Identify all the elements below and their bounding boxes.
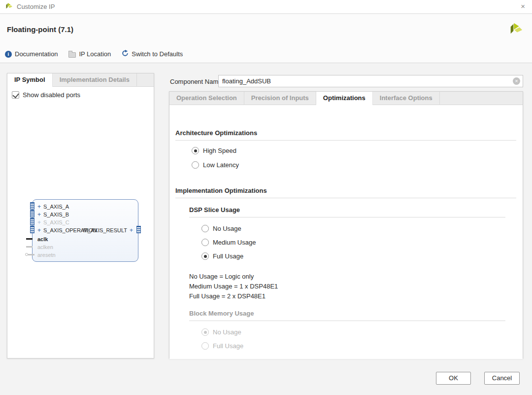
aresetn-pin-stub [28,254,34,255]
expand-icon[interactable]: + [37,204,41,209]
left-tabbar: IP Symbol Implementation Details [7,73,154,87]
optimizations-tab-content: Architecture Optimizations High Speed Lo… [169,105,523,359]
show-disabled-ports-label: Show disabled ports [23,91,80,99]
ip-location-label: IP Location [79,50,111,58]
bus-pin-icon [30,210,34,217]
window-title: Customize IP [17,3,55,10]
expand-icon[interactable]: + [37,220,41,225]
ip-location-button[interactable]: IP Location [68,50,111,58]
expand-icon[interactable]: + [130,228,133,233]
radio-dsp-full-usage[interactable]: Full Usage [201,252,243,260]
bus-pin-icon [136,226,141,233]
port-aclk[interactable]: aclk [37,235,48,243]
switch-to-defaults-label: Switch to Defaults [132,50,183,58]
aclk-pin-stub [26,238,33,240]
expand-icon[interactable]: + [37,212,41,217]
page-title: Floating-point (7.1) [7,25,73,34]
switch-to-defaults-button[interactable]: Switch to Defaults [122,50,183,58]
show-disabled-ports-row[interactable]: Show disabled ports [7,87,154,99]
tab-interface-options[interactable]: Interface Options [373,92,440,105]
port-m-axis-result[interactable]: M_AXIS_RESULT + [83,226,133,234]
radio-high-speed[interactable]: High Speed [192,147,236,154]
dsp-slice-usage-heading: DSP Slice Usage [189,206,505,217]
toolbar: i Documentation IP Location Switch to De… [5,50,183,58]
port-s-axis-a[interactable]: + S_AXIS_A [37,203,69,211]
radio-icon[interactable] [192,161,199,169]
ok-button[interactable]: OK [436,372,471,385]
radio-icon[interactable] [192,147,199,154]
implementation-optimizations-heading: Implementation Optimizations [175,187,516,198]
bus-pin-icon [30,202,34,210]
ip-block[interactable]: + S_AXIS_A + S_AXIS_B + S_AXIS_C + S_AXI… [32,199,138,262]
show-disabled-ports-checkbox[interactable] [12,91,19,99]
clear-input-icon[interactable]: × [513,77,520,85]
port-aclken[interactable]: aclken [37,243,53,251]
folder-icon [68,52,76,58]
port-s-axis-b[interactable]: + S_AXIS_B [37,211,69,218]
documentation-label: Documentation [15,50,58,58]
active-low-icon [25,253,28,256]
tab-implementation-details[interactable]: Implementation Details [53,73,137,87]
radio-icon[interactable] [201,239,209,246]
close-icon[interactable]: × [521,2,525,10]
dsp-note-full-usage: Full Usage = 2 x DSP48E1 [189,292,266,300]
component-name-label: Component Name [170,78,222,85]
radio-icon[interactable] [201,225,209,232]
ip-symbol-diagram: + S_AXIS_A + S_AXIS_B + S_AXIS_C + S_AXI… [25,199,146,263]
dsp-note-no-usage: No Usage = Logic only [189,273,254,280]
xilinx-logo-icon [5,2,13,12]
block-memory-usage-heading: Block Memory Usage [189,310,505,321]
radio-icon [201,342,209,350]
tab-operation-selection[interactable]: Operation Selection [169,92,244,105]
bus-pin-icon [30,226,34,233]
tab-precision-of-inputs[interactable]: Precision of Inputs [244,92,316,105]
tab-ip-symbol[interactable]: IP Symbol [7,73,53,87]
port-aresetn[interactable]: aresetn [37,251,56,259]
refresh-icon [122,50,129,58]
radio-bram-full-usage: Full Usage [201,342,243,350]
config-tabbar: Operation Selection Precision of Inputs … [169,92,523,105]
radio-icon [201,328,209,336]
radio-dsp-medium-usage[interactable]: Medium Usage [201,239,256,246]
aclken-pin-stub [26,246,33,248]
configuration-panel: Operation Selection Precision of Inputs … [169,91,523,359]
ip-symbol-panel: IP Symbol Implementation Details Show di… [7,73,154,359]
info-icon: i [5,51,12,58]
window-titlebar: Customize IP × [0,0,532,14]
expand-icon[interactable]: + [37,228,41,233]
documentation-button[interactable]: i Documentation [5,50,58,58]
radio-low-latency[interactable]: Low Latency [192,161,239,169]
dialog-header: Floating-point (7.1) i Documentation IP … [0,14,532,63]
component-name-input[interactable] [218,75,523,87]
radio-dsp-no-usage[interactable]: No Usage [201,225,241,232]
port-s-axis-c[interactable]: + S_AXIS_C [37,218,69,226]
cancel-button[interactable]: Cancel [484,372,520,385]
radio-bram-no-usage: No Usage [201,328,241,336]
xilinx-brand-icon [508,21,523,38]
tab-optimizations[interactable]: Optimizations [316,92,373,105]
dsp-note-medium-usage: Medium Usage = 1 x DSP48E1 [189,283,278,290]
architecture-optimizations-heading: Architecture Optimizations [175,129,516,141]
radio-icon[interactable] [201,252,209,260]
bus-pin-icon [30,218,34,225]
